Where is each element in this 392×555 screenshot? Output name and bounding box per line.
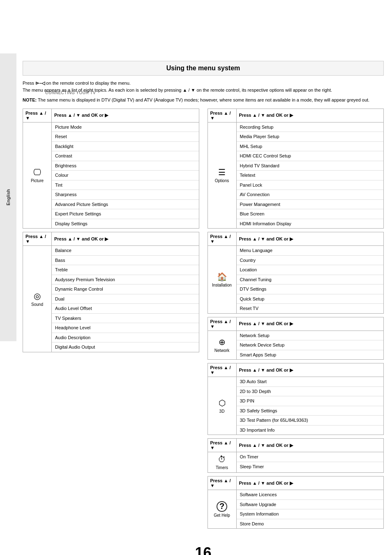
- options-label: Options: [215, 178, 229, 183]
- list-item: On Timer: [237, 452, 384, 462]
- list-item: Balance: [52, 246, 199, 256]
- list-item: Reset: [52, 132, 199, 142]
- installation-icon-col: 🏠 Installation: [208, 246, 237, 313]
- gethelp-header: Press ▲ / ▼ Press ▲ / ▼ and OK or ▶: [208, 476, 384, 490]
- list-item: Software Upgrade: [237, 500, 384, 510]
- list-item: HDMI CEC Control Setup: [237, 151, 384, 161]
- gethelp-icon: ?: [217, 501, 227, 512]
- content-area: CONNECTING YOUR TV Using the menu system…: [23, 49, 384, 555]
- network-icon: ⊕: [219, 337, 226, 347]
- list-item: System Information: [237, 509, 384, 519]
- picture-body: 🖵 Picture Picture Mode Reset Backlight C…: [23, 123, 199, 229]
- options-body: ☰ Options Recording Setup Media Player S…: [208, 123, 384, 229]
- list-item: Backlight: [52, 142, 199, 152]
- list-item: Bass: [52, 256, 199, 266]
- gethelp-body: ? Get Help Software Licences Software Up…: [208, 490, 384, 528]
- installation-label: Installation: [212, 283, 232, 287]
- installation-header: Press ▲ / ▼ Press ▲ / ▼ and OK or ▶: [208, 232, 384, 246]
- list-item: Headphone Level: [52, 323, 199, 333]
- timers-press-label: Press ▲ / ▼: [208, 439, 237, 452]
- list-item: Sleep Timer: [237, 462, 384, 472]
- installation-ok-label: Press ▲ / ▼ and OK or ▶: [237, 232, 384, 245]
- list-item: DTV Settings: [237, 284, 384, 294]
- gethelp-items: Software Licences Software Upgrade Syste…: [237, 490, 384, 528]
- sound-icon: ◎: [34, 291, 41, 301]
- 3d-header: Press ▲ / ▼ Press ▲ / ▼ and OK or ▶: [208, 363, 384, 377]
- top-label: CONNECTING YOUR TV: [45, 90, 96, 95]
- list-item: Dual: [52, 294, 199, 304]
- picture-press-label: Press ▲ / ▼: [23, 109, 52, 122]
- picture-icon: 🖵: [33, 168, 42, 177]
- network-press-label: Press ▲ / ▼: [208, 317, 237, 331]
- picture-icon-col: 🖵 Picture: [23, 123, 52, 229]
- timers-section: Press ▲ / ▼ Press ▲ / ▼ and OK or ▶ ⏱ Ti…: [208, 438, 384, 473]
- installation-icon: 🏠: [217, 272, 227, 282]
- list-item: Power Management: [237, 200, 384, 210]
- list-item: Network Device Setup: [237, 340, 384, 350]
- list-item: Quick Setup: [237, 294, 384, 304]
- sidebar-label: English: [0, 53, 16, 341]
- list-item: 3D PIN: [237, 396, 384, 406]
- section-title: Using the menu system: [23, 61, 384, 76]
- timers-ok-label: Press ▲ / ▼ and OK or ▶: [237, 439, 384, 452]
- list-item: Location: [237, 265, 384, 275]
- note-text: NOTE: The same menu is displayed in DTV …: [23, 97, 384, 104]
- network-ok-label: Press ▲ / ▼ and OK or ▶: [237, 317, 384, 331]
- network-body: ⊕ Network Network Setup Network Device S…: [208, 331, 384, 360]
- 3d-ok-label: Press ▲ / ▼ and OK or ▶: [237, 363, 384, 377]
- list-item: Tint: [52, 180, 199, 190]
- list-item: Panel Lock: [237, 180, 384, 190]
- list-item: Dynamic Range Control: [52, 284, 199, 294]
- list-item: Display Settings: [52, 219, 199, 229]
- options-items: Recording Setup Media Player Setup MHL S…: [237, 123, 384, 229]
- picture-label: Picture: [31, 178, 44, 183]
- list-item: Blue Screen: [237, 209, 384, 219]
- list-item: Advanced Picture Settings: [52, 200, 199, 210]
- list-item: AV Connection: [237, 190, 384, 200]
- right-column: Press ▲ / ▼ Press ▲ / ▼ and OK or ▶ ☰ Op…: [208, 109, 384, 532]
- list-item: Network Setup: [237, 331, 384, 341]
- picture-section: Press ▲ / ▼ Press ▲ / ▼ and OK or ▶ 🖵 Pi…: [23, 109, 199, 229]
- timers-icon: ⏱: [218, 455, 226, 464]
- network-section: Press ▲ / ▼ Press ▲ / ▼ and OK or ▶ ⊕ Ne…: [208, 317, 384, 360]
- timers-body: ⏱ Timers On Timer Sleep Timer: [208, 452, 384, 472]
- 3d-label: 3D: [219, 409, 225, 414]
- timers-icon-col: ⏱ Timers: [208, 452, 237, 472]
- 3d-icon: ⬡: [219, 398, 226, 408]
- options-ok-label: Press ▲ / ▼ and OK or ▶: [237, 109, 384, 122]
- list-item: 3D Test Pattern (for 65L/84L9363): [237, 416, 384, 426]
- list-item: Channel Tuning: [237, 275, 384, 285]
- network-header: Press ▲ / ▼ Press ▲ / ▼ and OK or ▶: [208, 317, 384, 331]
- list-item: Treble: [52, 265, 199, 275]
- network-items: Network Setup Network Device Setup Smart…: [237, 331, 384, 360]
- picture-items: Picture Mode Reset Backlight Contrast Br…: [52, 123, 199, 229]
- list-item: Audio Level Offset: [52, 304, 199, 314]
- sound-ok-label: Press ▲ / ▼ and OK or ▶: [52, 232, 199, 245]
- list-item: Store Demo: [237, 519, 384, 529]
- list-item: Menu Language: [237, 246, 384, 256]
- installation-items: Menu Language Country Location Channel T…: [237, 246, 384, 313]
- sound-body: ◎ Sound Balance Bass Treble Audyssey Pre…: [23, 246, 199, 352]
- installation-press-label: Press ▲ / ▼: [208, 232, 237, 245]
- sound-icon-col: ◎ Sound: [23, 246, 52, 352]
- 3d-items: 3D Auto Start 2D to 3D Depth 3D PIN 3D S…: [237, 377, 384, 435]
- sound-header: Press ▲ / ▼ Press ▲ / ▼ and OK or ▶: [23, 232, 199, 246]
- picture-ok-label: Press ▲ / ▼ and OK or ▶: [52, 109, 199, 122]
- list-item: TV Speakers: [52, 314, 199, 324]
- list-item: Digital Audio Output: [52, 342, 199, 352]
- gethelp-press-label: Press ▲ / ▼: [208, 476, 237, 490]
- 3d-press-label: Press ▲ / ▼: [208, 363, 237, 377]
- gethelp-label: Get Help: [214, 513, 230, 518]
- gethelp-section: Press ▲ / ▼ Press ▲ / ▼ and OK or ▶ ? Ge…: [208, 476, 384, 529]
- sound-section: Press ▲ / ▼ Press ▲ / ▼ and OK or ▶ ◎ So…: [23, 232, 199, 352]
- list-item: Smart Apps Setup: [237, 350, 384, 360]
- gethelp-ok-label: Press ▲ / ▼ and OK or ▶: [237, 476, 384, 490]
- list-item: Media Player Setup: [237, 132, 384, 142]
- picture-header: Press ▲ / ▼ Press ▲ / ▼ and OK or ▶: [23, 109, 199, 123]
- list-item: Sharpness: [52, 190, 199, 200]
- list-item: Reset TV: [237, 304, 384, 313]
- timers-header: Press ▲ / ▼ Press ▲ / ▼ and OK or ▶: [208, 439, 384, 452]
- list-item: Contrast: [52, 151, 199, 161]
- options-icon: ☰: [218, 167, 226, 177]
- list-item: Picture Mode: [52, 123, 199, 132]
